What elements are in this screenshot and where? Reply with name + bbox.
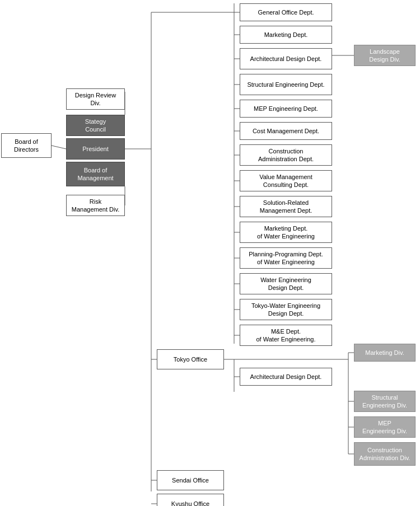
sendai-office: Sendai Office <box>157 470 224 490</box>
structural-eng-div: Structural Engineering Div. <box>354 391 416 412</box>
mep-eng-div: MEP Engineering Div. <box>354 416 416 438</box>
water-engineering-design-dept: Water Engineering Design Dept. <box>240 273 332 294</box>
cost-management-dept: Cost Management Dept. <box>240 122 332 140</box>
tokyo-water-engineering-dept: Tokyo-Water Engineering Design Dept. <box>240 299 332 320</box>
board-of-directors: Board of Directors <box>1 133 52 158</box>
tokyo-office: Tokyo Office <box>157 349 224 369</box>
marketing-dept: Marketing Dept. <box>240 26 332 44</box>
solution-related-dept: Solution-Related Management Dept. <box>240 196 332 217</box>
me-dept-water: M&E Dept. of Water Engineering. <box>240 325 332 346</box>
org-chart: Board of Directors Design Review Div. St… <box>0 0 420 506</box>
board-of-management: Board of Management <box>66 162 125 186</box>
kyushu-office: Kyushu Office <box>157 494 224 506</box>
svg-line-0 <box>52 146 66 149</box>
structural-engineering-dept: Structural Engineering Dept. <box>240 74 332 95</box>
president: President <box>66 138 125 160</box>
marketing-water-dept: Marketing Dept. of Water Engineering <box>240 222 332 243</box>
value-management-dept: Value Management Consulting Dept. <box>240 170 332 191</box>
design-review-div: Design Review Div. <box>66 88 125 110</box>
construction-admin-div: Construction Administration Div. <box>354 442 416 466</box>
construction-admin-dept: Construction Administration Dept. <box>240 144 332 166</box>
risk-management-div: Risk Management Div. <box>66 195 125 216</box>
architectural-design-dept: Architectural Design Dept. <box>240 48 332 69</box>
marketing-div-tokyo: Marketing Div. <box>354 344 416 362</box>
planning-water-dept: Planning-Programing Dept. of Water Engin… <box>240 247 332 269</box>
landscape-design-div: Landscape Design Div. <box>354 45 416 66</box>
arch-design-tokyo: Architectural Design Dept. <box>240 368 332 386</box>
mep-engineering-dept: MEP Engineering Dept. <box>240 100 332 118</box>
general-office-dept: General Office Dept. <box>240 3 332 21</box>
strategy-council: Stategy Council <box>66 115 125 136</box>
